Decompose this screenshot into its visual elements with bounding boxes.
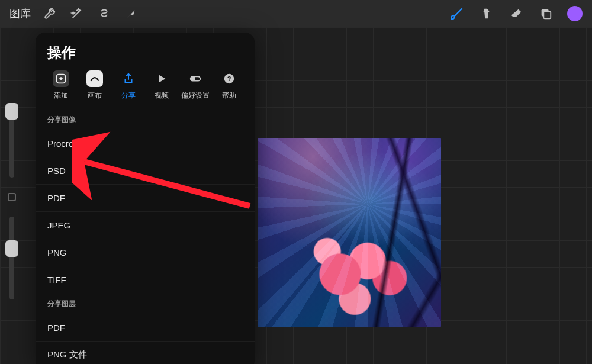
tab-video-label: 视频 — [155, 91, 169, 101]
toolbar-left-group: 图库 — [9, 5, 140, 22]
eraser-icon[interactable] — [508, 5, 525, 22]
tab-add-label: 添加 — [54, 91, 68, 101]
modify-button[interactable] — [8, 193, 16, 201]
share-image-section-label: 分享图像 — [36, 109, 255, 130]
tab-preferences-label: 偏好设置 — [181, 91, 210, 101]
top-toolbar: 图库 — [0, 0, 592, 27]
transform-arrow-icon[interactable] — [123, 5, 140, 22]
format-psd[interactable]: PSD — [36, 157, 255, 184]
tab-video[interactable]: 视频 — [147, 70, 176, 101]
selection-s-icon[interactable] — [96, 5, 112, 22]
tab-share[interactable]: 分享 — [114, 70, 143, 101]
panel-title: 操作 — [36, 33, 255, 70]
svg-rect-1 — [543, 11, 551, 18]
svg-text:?: ? — [227, 75, 231, 82]
wrench-icon[interactable] — [41, 5, 58, 22]
app-root: 图库 — [0, 0, 592, 364]
format-jpeg[interactable]: JPEG — [36, 211, 255, 239]
format-layer-pdf[interactable]: PDF — [36, 314, 255, 341]
share-icon — [120, 70, 137, 87]
format-layer-png-files[interactable]: PNG 文件 — [36, 341, 255, 364]
tab-canvas[interactable]: 画布 — [80, 70, 110, 101]
gallery-button[interactable]: 图库 — [9, 7, 31, 21]
format-png[interactable]: PNG — [36, 239, 255, 266]
help-icon: ? — [221, 70, 237, 87]
color-swatch[interactable] — [567, 6, 583, 21]
format-procreate[interactable]: Procreate — [36, 130, 255, 157]
layers-icon[interactable] — [538, 5, 554, 22]
tab-add[interactable]: 添加 — [46, 70, 76, 101]
svg-point-4 — [192, 77, 195, 80]
format-tiff[interactable]: TIFF — [36, 266, 255, 293]
smudge-icon[interactable] — [478, 5, 495, 22]
video-icon — [153, 70, 170, 87]
side-sliders — [4, 107, 20, 355]
add-icon — [53, 70, 69, 87]
share-layers-section-label: 分享图层 — [36, 293, 255, 314]
brush-size-slider[interactable] — [9, 107, 14, 178]
actions-panel: 操作 添加 画布 分享 视频 偏好设置 ? — [36, 33, 255, 364]
brush-opacity-knob[interactable] — [5, 240, 18, 257]
action-tabs: 添加 画布 分享 视频 偏好设置 ? 帮助 — [36, 70, 255, 109]
canvas-icon — [86, 70, 103, 87]
tab-preferences[interactable]: 偏好设置 — [181, 70, 210, 101]
brush-icon[interactable] — [449, 5, 465, 22]
tab-help-label: 帮助 — [222, 91, 236, 101]
toolbar-right-group — [449, 5, 583, 22]
format-pdf[interactable]: PDF — [36, 184, 255, 211]
tab-canvas-label: 画布 — [88, 91, 102, 101]
toggle-icon — [187, 70, 204, 87]
tab-share-label: 分享 — [121, 91, 136, 101]
brush-opacity-slider[interactable] — [9, 217, 14, 299]
magic-wand-icon[interactable] — [69, 5, 85, 22]
artwork-thumbnail[interactable] — [258, 138, 441, 327]
brush-size-knob[interactable] — [5, 103, 18, 120]
tab-help[interactable]: ? 帮助 — [214, 70, 244, 101]
